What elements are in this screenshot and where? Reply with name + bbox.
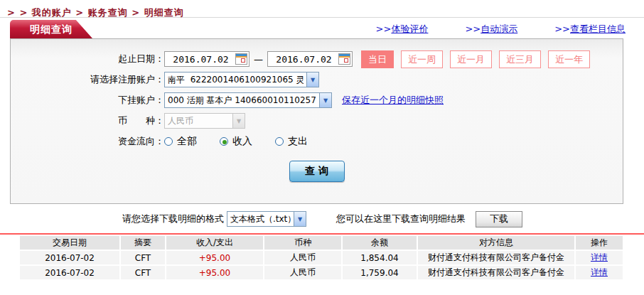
cell-balance: 1,759.04 — [343, 266, 417, 279]
date-separator: — — [254, 54, 263, 65]
col-header-currency: 币种 — [264, 236, 341, 250]
cell-date: 2016-07-02 — [20, 251, 119, 264]
chevron-down-icon[interactable]: ▼ — [306, 73, 318, 87]
register-account-select[interactable]: 南平 6222001406100921065 灵通卡 ▼ — [164, 72, 319, 87]
end-date-input[interactable]: 2016.07.02 — [267, 51, 353, 67]
radio-group-all: 全部 — [164, 135, 197, 148]
register-account-row: 请选择注册账户： 南平 6222001406100921065 灵通卡 ▼ — [11, 71, 623, 88]
double-arrow-icon: >> — [376, 23, 392, 34]
transactions-table: 交易日期 摘要 收入/支出 币种 余额 对方信息 操作 2016-07-02 C… — [18, 235, 624, 281]
download-hint: 您可以在这里下载查询明细结果 — [336, 213, 466, 225]
double-arrow-icon: >> — [465, 23, 481, 34]
quick-range-3month-button[interactable]: 近三月 — [499, 50, 541, 68]
flow-direction-label: 资金流向： — [11, 135, 164, 148]
chevron-down-icon: ▼ — [232, 114, 245, 128]
col-header-action: 操作 — [576, 236, 623, 250]
cell-amount: +95.00 — [166, 266, 263, 279]
calendar-icon[interactable] — [235, 53, 247, 65]
date-range-label: 起止日期： — [11, 53, 164, 65]
currency-row: 币 种： 人民币 ▼ — [11, 112, 623, 129]
sub-account-label: 下挂账户： — [11, 94, 164, 107]
link-auto-demo[interactable]: >>自动演示 — [465, 23, 517, 36]
currency-label: 币 种： — [11, 114, 164, 127]
quick-range-today-button[interactable]: 当日 — [361, 50, 394, 68]
chevron-down-icon[interactable]: ▼ — [294, 212, 306, 226]
cell-counterparty: 财付通支付科技有限公司客户备付金 — [418, 266, 574, 279]
radio-income-label[interactable]: 收入 — [232, 135, 252, 148]
download-format-value: 文本格式（.txt） — [230, 213, 291, 225]
col-header-summary: 摘要 — [121, 236, 165, 250]
save-snapshot-link[interactable]: 保存近一个月的明细快照 — [342, 94, 444, 107]
query-button-wrap: 查 询 — [11, 161, 623, 182]
col-header-counterparty: 对方信息 — [418, 236, 574, 250]
cell-currency: 人民币 — [264, 251, 341, 264]
cell-counterparty: 财付通支付科技有限公司客户备付金 — [418, 251, 574, 264]
cell-action: 详情 — [576, 251, 623, 264]
cell-summary: CFT — [121, 251, 165, 264]
breadcrumb: > > 我的账户 > 账务查询 > 明细查询 — [0, 0, 644, 16]
quick-range-year-button[interactable]: 近一年 — [548, 50, 590, 68]
quick-range-week-button[interactable]: 近一周 — [401, 50, 443, 68]
download-format-select[interactable]: 文本格式（.txt） ▼ — [227, 211, 306, 227]
calendar-icon[interactable] — [338, 53, 350, 65]
flow-direction-row: 资金流向： 全部 收入 支出 — [11, 133, 623, 150]
download-format-label: 请您选择下载明细的格式 — [122, 213, 224, 225]
cell-currency: 人民币 — [264, 266, 341, 279]
end-date-value: 2016.07.02 — [269, 54, 338, 65]
table-header-row: 交易日期 摘要 收入/支出 币种 余额 对方信息 操作 — [20, 236, 623, 250]
col-header-date: 交易日期 — [20, 236, 119, 250]
tab-bar: 明细查询 >>体验评价 >>自动演示 >>查看栏目信息 — [0, 20, 644, 38]
link-experience-rating[interactable]: >>体验评价 — [376, 23, 429, 36]
detail-link[interactable]: 详情 — [591, 252, 608, 262]
start-date-value: 2016.07.02 — [166, 54, 235, 65]
cell-summary: CFT — [121, 266, 165, 279]
cell-action: 详情 — [576, 266, 623, 279]
query-form-panel: 起止日期： 2016.07.02 — 2016.07.02 当日 近一周 近一月… — [10, 38, 623, 204]
download-button[interactable]: 下载 — [476, 211, 522, 227]
currency-value: 人民币 — [168, 115, 230, 127]
top-links: >>体验评价 >>自动演示 >>查看栏目信息 — [376, 23, 626, 36]
table-row: 2016-07-02 CFT +95.00 人民币 1,854.04 财付通支付… — [20, 251, 623, 264]
detail-query-page: { "colors": { "accent_red": "#c21a37", "… — [0, 0, 644, 295]
double-arrow-icon: >> — [554, 23, 570, 34]
cell-amount: +95.00 — [166, 251, 263, 264]
radio-all-label[interactable]: 全部 — [177, 135, 197, 148]
link-view-column-info[interactable]: >>查看栏目信息 — [554, 23, 626, 36]
cell-date: 2016-07-02 — [20, 266, 119, 279]
radio-expense-label[interactable]: 支出 — [288, 135, 308, 148]
radio-income[interactable] — [220, 137, 228, 146]
sub-account-row: 下挂账户： 000 活期 基本户 1406600101102571848 ▼ 保… — [11, 92, 623, 109]
register-account-value: 南平 6222001406100921065 灵通卡 — [168, 74, 304, 86]
sub-account-select[interactable]: 000 活期 基本户 1406600101102571848 ▼ — [164, 92, 332, 108]
download-row: 请您选择下载明细的格式 文本格式（.txt） ▼ 您可以在这里下载查询明细结果 … — [122, 210, 644, 227]
radio-all[interactable] — [164, 137, 173, 146]
tab-detail-query[interactable]: 明细查询 — [10, 20, 92, 38]
quick-range-month-button[interactable]: 近一月 — [450, 50, 492, 68]
register-account-label: 请选择注册账户： — [11, 73, 164, 86]
date-range-row: 起止日期： 2016.07.02 — 2016.07.02 当日 近一周 近一月… — [11, 50, 623, 68]
radio-expense[interactable] — [275, 137, 284, 146]
table-row: 2016-07-02 CFT +95.00 人民币 1,759.04 财付通支付… — [20, 266, 623, 279]
radio-group-income: 收入 — [220, 135, 252, 148]
col-header-balance: 余额 — [343, 236, 417, 250]
sub-account-value: 000 活期 基本户 1406600101102571848 — [168, 95, 316, 107]
start-date-input[interactable]: 2016.07.02 — [164, 51, 249, 67]
cell-balance: 1,854.04 — [343, 251, 417, 264]
currency-select: 人民币 ▼ — [164, 113, 245, 129]
query-button[interactable]: 查 询 — [289, 161, 345, 182]
col-header-amount: 收入/支出 — [166, 236, 263, 250]
chevron-down-icon[interactable]: ▼ — [319, 93, 331, 107]
detail-link[interactable]: 详情 — [591, 267, 608, 277]
radio-group-expense: 支出 — [275, 135, 308, 148]
